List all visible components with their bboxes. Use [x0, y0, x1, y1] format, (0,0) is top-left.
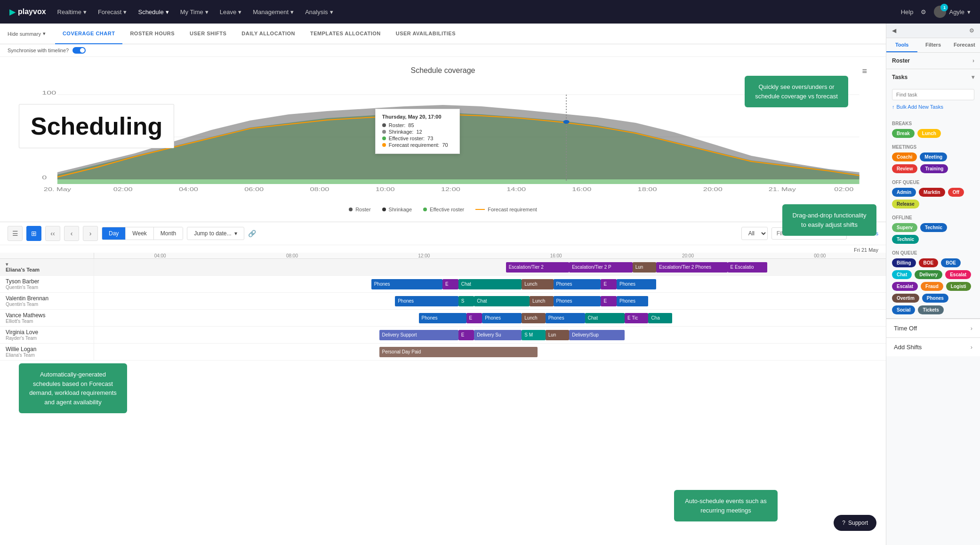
nav-forecast[interactable]: Forecast ▾: [98, 8, 127, 16]
task-superv[interactable]: Superv: [892, 223, 917, 232]
shift-phones-m1[interactable]: Phones: [419, 313, 466, 323]
task-boe1[interactable]: BOE: [919, 258, 939, 267]
nav-mytime[interactable]: My Time ▾: [180, 8, 209, 16]
shift-lun[interactable]: Lun: [633, 262, 656, 272]
task-phones[interactable]: Phones: [922, 294, 948, 303]
logo[interactable]: ▶ playvox: [9, 8, 46, 16]
task-delivery[interactable]: Delivery: [915, 270, 942, 279]
task-admin[interactable]: Admin: [892, 188, 916, 197]
nav-schedule[interactable]: Schedule ▾: [138, 8, 169, 16]
task-social[interactable]: Social: [892, 305, 915, 314]
tab-user-shifts[interactable]: USER SHIFTS: [182, 24, 234, 44]
task-technic1[interactable]: Technic: [920, 223, 947, 232]
group-collapse-icon[interactable]: ▾: [6, 262, 88, 267]
task-technic2[interactable]: Technic: [892, 235, 919, 244]
schedule-back-icon[interactable]: ‹: [64, 226, 79, 241]
task-tickets[interactable]: Tickets: [918, 305, 943, 314]
shift-s-v[interactable]: S: [458, 296, 474, 306]
shift-escalation4[interactable]: E Escalatio: [728, 262, 767, 272]
sidebar-settings-icon[interactable]: ⚙: [969, 27, 974, 34]
hide-summary-btn[interactable]: Hide summary ▾: [8, 31, 46, 37]
shift-phones-v3[interactable]: Phones: [617, 296, 648, 306]
shift-e-2[interactable]: E: [601, 279, 617, 289]
task-logisti[interactable]: Logisti: [946, 282, 971, 291]
view-week[interactable]: Week: [126, 227, 153, 240]
tasks-header[interactable]: Tasks ▾: [886, 69, 980, 85]
schedule-next-icon[interactable]: ›: [83, 226, 98, 241]
tab-roster-hours[interactable]: ROSTER HOURS: [122, 24, 182, 44]
nav-help[interactable]: Help: [901, 8, 914, 16]
task-search-input[interactable]: [892, 89, 974, 100]
tab-daily-allocation[interactable]: DAILY ALLOCATION: [234, 24, 303, 44]
shift-lunch-v[interactable]: Lunch: [530, 296, 553, 306]
shift-chat-1[interactable]: Chat: [458, 279, 522, 289]
shift-lunch-m[interactable]: Lunch: [522, 313, 545, 323]
time-off-action[interactable]: Time Off ›: [886, 319, 980, 337]
shift-e-tic-m[interactable]: E Tic: [625, 313, 648, 323]
roster-header[interactable]: Roster ›: [886, 53, 980, 69]
shift-sm-vl[interactable]: S M: [522, 330, 545, 340]
schedule-grid-icon[interactable]: ⊞: [26, 226, 41, 241]
task-meeting[interactable]: Meeting: [920, 152, 947, 161]
shift-lun-vl[interactable]: Lun: [546, 330, 569, 340]
view-day[interactable]: Day: [102, 227, 126, 240]
task-break[interactable]: Break: [892, 129, 915, 138]
nav-settings[interactable]: ⚙: [921, 8, 926, 16]
view-month[interactable]: Month: [154, 227, 183, 240]
shift-delivery-v1[interactable]: Delivery Support: [379, 330, 458, 340]
shift-phones-v1[interactable]: Phones: [395, 296, 458, 306]
shift-phones-m2[interactable]: Phones: [482, 313, 522, 323]
shift-escalation3[interactable]: Escalation/Tier 2 Phones: [656, 262, 727, 272]
jump-to-date-btn[interactable]: Jump to date... ▾: [187, 227, 244, 240]
task-marktin[interactable]: Marktin: [919, 188, 945, 197]
sync-toggle[interactable]: [72, 47, 86, 54]
task-billing[interactable]: Billing: [892, 258, 916, 267]
task-lunch[interactable]: Lunch: [917, 129, 941, 138]
schedule-list-icon[interactable]: ☰: [8, 226, 23, 241]
shift-e-vl[interactable]: E: [458, 330, 474, 340]
chart-menu-icon[interactable]: ≡: [862, 66, 867, 76]
support-button[interactable]: ? Support: [834, 515, 876, 531]
schedule-prev-icon[interactable]: ‹‹: [45, 226, 60, 241]
task-escalat2[interactable]: Escalat: [892, 282, 918, 291]
sidebar-tab-forecast[interactable]: Forecast: [949, 38, 980, 52]
nav-user[interactable]: 1 Agyle ▾: [934, 6, 971, 18]
shift-cha-m[interactable]: Cha: [648, 313, 672, 323]
shift-chat-v[interactable]: Chat: [474, 296, 530, 306]
link-icon[interactable]: 🔗: [248, 230, 256, 237]
shift-phones-v2[interactable]: Phones: [554, 296, 601, 306]
shift-phones-3[interactable]: Phones: [617, 279, 656, 289]
nav-analysis[interactable]: Analysis ▾: [305, 8, 333, 16]
task-overtim[interactable]: Overtim: [892, 294, 919, 303]
bulk-add-btn[interactable]: ↑ Bulk Add New Tasks: [892, 104, 974, 110]
shift-e-v[interactable]: E: [601, 296, 617, 306]
shift-phones-m3[interactable]: Phones: [546, 313, 585, 323]
shift-personal-day[interactable]: Personal Day Paid: [379, 347, 538, 357]
tab-templates-allocation[interactable]: TEMPLATES ALLOCATION: [303, 24, 388, 44]
add-shifts-action[interactable]: Add Shifts ›: [886, 337, 980, 356]
shift-lunch-1[interactable]: Lunch: [522, 279, 553, 289]
shift-e-1[interactable]: E: [442, 279, 458, 289]
shift-e-m1[interactable]: E: [466, 313, 482, 323]
nav-leave[interactable]: Leave ▾: [220, 8, 241, 16]
nav-realtime[interactable]: Realtime ▾: [57, 8, 87, 16]
task-release[interactable]: Release: [892, 200, 919, 208]
sidebar-tab-tools[interactable]: Tools: [886, 38, 917, 52]
task-fraud[interactable]: Fraud: [921, 282, 943, 291]
sidebar-tab-filters[interactable]: Filters: [917, 38, 948, 52]
shift-chat-m[interactable]: Chat: [585, 313, 625, 323]
filter-all-select[interactable]: All: [741, 227, 768, 240]
task-off[interactable]: Off: [948, 188, 964, 197]
task-coachi[interactable]: Coachi: [892, 152, 917, 161]
tab-coverage-chart[interactable]: COVERAGE CHART: [55, 24, 123, 44]
task-escalat1[interactable]: Escalat: [945, 270, 971, 279]
task-training[interactable]: Training: [920, 164, 948, 173]
shift-escalation2[interactable]: Escalation/Tier 2 P: [569, 262, 633, 272]
shift-delivery-v2[interactable]: Delivery Su: [474, 330, 522, 340]
nav-management[interactable]: Management ▾: [253, 8, 294, 16]
task-boe2[interactable]: BOE: [941, 258, 961, 267]
shift-phones-2[interactable]: Phones: [554, 279, 601, 289]
shift-phones-1[interactable]: Phones: [371, 279, 442, 289]
task-review[interactable]: Review: [892, 164, 917, 173]
task-chat[interactable]: Chat: [892, 270, 912, 279]
